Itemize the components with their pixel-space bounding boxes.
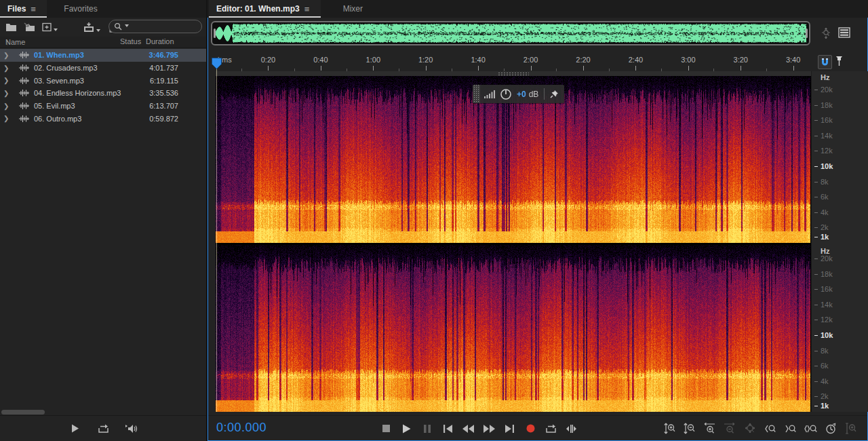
record-button[interactable] [524, 422, 537, 436]
spectrogram-channel-2[interactable] [216, 245, 810, 412]
files-horizontal-scrollbar[interactable] [1, 410, 45, 415]
hud-drag-handle[interactable] [473, 85, 480, 103]
frequency-axis[interactable] [811, 71, 868, 412]
column-status[interactable]: Status [120, 37, 141, 45]
zoom-out-full-button[interactable] [743, 422, 757, 436]
zoom-in-at-in-point-button[interactable] [764, 422, 777, 436]
skip-selection-button[interactable] [565, 422, 578, 436]
gain-knob-icon[interactable] [500, 88, 512, 100]
rewind-button[interactable] [462, 422, 475, 436]
zoom-out-amplitude-button[interactable] [683, 422, 696, 436]
file-duration: 6:19.115 [150, 77, 178, 85]
tab-files[interactable]: Files ≡ [0, 0, 47, 18]
track-list-icon [838, 27, 850, 38]
time-display[interactable]: 0:00.000 [216, 421, 267, 435]
freq-label: 10k [821, 331, 833, 339]
files-panel-tabbar: Files ≡ Favorites [0, 0, 206, 18]
freq-label: 4k [821, 377, 829, 385]
volume-hud[interactable]: +0 dB [473, 85, 564, 103]
chevron-right-icon[interactable]: ❯ [3, 77, 12, 84]
auto-play-button[interactable] [124, 422, 138, 436]
overview-zoom-full-button[interactable] [820, 27, 832, 39]
import-file-button[interactable] [24, 22, 35, 32]
chevron-right-icon[interactable]: ❯ [3, 90, 12, 97]
navigator-left-handle[interactable] [214, 28, 216, 38]
zoom-to-selection-button[interactable] [804, 422, 817, 436]
hud-pin-icon[interactable] [550, 90, 559, 98]
chevron-right-icon[interactable]: ❯ [3, 52, 12, 59]
chevron-right-icon[interactable]: ❯ [3, 115, 12, 122]
ruler-tick-mark [793, 66, 794, 71]
search-input[interactable] [130, 22, 195, 31]
column-duration[interactable]: Duration [146, 37, 174, 45]
play-button[interactable] [399, 422, 413, 436]
timeline-ruler[interactable]: hms 0:20 0:40 1:00 1:20 1:40 2:00 2:20 2… [216, 54, 811, 71]
zoom-amplitude-full-button[interactable] [844, 422, 858, 436]
waveform-file-icon [19, 64, 29, 71]
chevron-right-icon[interactable]: ❯ [3, 102, 12, 110]
zoom-in-amplitude-button[interactable] [663, 422, 676, 436]
snap-toggle-button[interactable] [818, 55, 832, 69]
ruler-tick-mark [321, 66, 321, 71]
file-row[interactable]: ❯ 01. When.mp3 3:46.795 [0, 49, 206, 62]
file-duration: 0:59.872 [149, 115, 178, 123]
playhead-marker[interactable] [212, 58, 222, 69]
zoom-buttons [663, 416, 858, 441]
preview-loop-button[interactable] [96, 422, 110, 436]
tab-mixer[interactable]: Mixer [336, 0, 370, 18]
zoom-reset-button[interactable] [824, 422, 837, 436]
save-button[interactable] [83, 22, 100, 33]
tab-editor[interactable]: Editor: 01. When.mp3 ≡ [209, 0, 321, 18]
zoom-in-time-icon [704, 423, 716, 434]
panel-menu-icon[interactable]: ≡ [304, 5, 313, 14]
chevron-right-icon[interactable]: ❯ [3, 64, 12, 72]
editor-horizontal-scrollbar[interactable] [216, 71, 811, 76]
loop-playback-button[interactable] [545, 422, 558, 436]
stop-icon [382, 425, 390, 432]
overview-navigator[interactable] [211, 21, 810, 45]
new-content-button[interactable] [42, 22, 58, 32]
ruler-tick-mark [583, 66, 584, 71]
waveform-file-icon [19, 102, 29, 109]
file-row[interactable]: ❯ 06. Outro.mp3 0:59.872 [0, 112, 206, 125]
open-file-button[interactable] [5, 22, 17, 32]
file-duration: 3:35.536 [149, 89, 178, 97]
files-toolbar [0, 18, 206, 37]
hud-gain-value[interactable]: +0 [517, 90, 526, 99]
overview-waveform[interactable] [215, 24, 806, 43]
ruler-tick-mark [531, 66, 532, 71]
speaker-autoplay-icon [125, 424, 138, 434]
freq-label: 8k [821, 178, 829, 186]
freq-label: 16k [821, 285, 833, 293]
zoom-out-amplitude-icon [684, 423, 695, 434]
file-duration: 3:46.795 [149, 51, 178, 59]
file-row[interactable]: ❯ 03. Seven.mp3 6:19.115 [0, 74, 206, 87]
zoom-in-time-button[interactable] [703, 422, 717, 436]
fast-forward-button[interactable] [482, 422, 496, 436]
scrollbar-grip[interactable] [498, 72, 529, 75]
files-panel: Files ≡ Favorites [0, 0, 206, 441]
file-row[interactable]: ❯ 04. Endless Horizons.mp3 3:35.536 [0, 87, 206, 100]
play-icon [402, 424, 411, 434]
navigator-right-handle[interactable] [806, 28, 808, 38]
zoom-in-amplitude-icon [664, 423, 675, 434]
zoom-in-at-out-point-button[interactable] [784, 422, 797, 436]
file-row[interactable]: ❯ 02. Crusaders.mp3 4:01.737 [0, 62, 206, 75]
file-duration: 4:01.737 [149, 64, 178, 72]
freq-label: 10k [821, 162, 833, 170]
search-box[interactable] [108, 20, 202, 33]
hud-gain-unit: dB [529, 90, 539, 99]
track-list-button[interactable] [838, 27, 850, 38]
tab-favorites[interactable]: Favorites [56, 0, 104, 18]
skip-to-end-button[interactable] [503, 422, 517, 436]
file-row[interactable]: ❯ 05. Evil.mp3 6:13.707 [0, 100, 206, 113]
panel-menu-icon[interactable]: ≡ [31, 5, 39, 14]
marker-pin-button[interactable] [835, 56, 843, 66]
skip-to-start-button[interactable] [441, 422, 454, 436]
ruler-tick-mark [688, 66, 689, 71]
stop-button[interactable] [379, 422, 393, 436]
pause-button[interactable] [420, 422, 434, 436]
preview-play-button[interactable] [68, 422, 82, 436]
transport-bar: 0:00.000 [208, 415, 867, 440]
zoom-out-time-button[interactable] [723, 422, 736, 436]
